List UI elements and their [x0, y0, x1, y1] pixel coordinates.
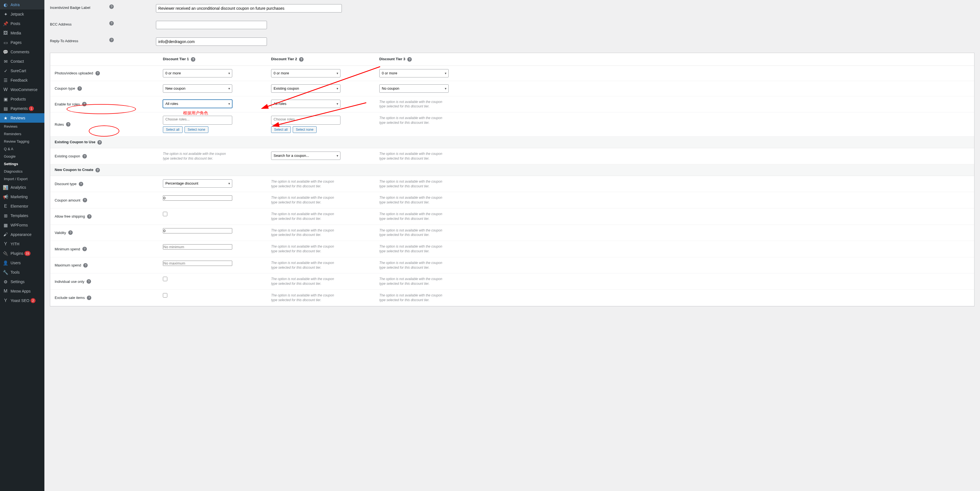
sidebar-item-wpforms[interactable]: ▦WPForms — [0, 220, 45, 230]
help-icon[interactable]: ? — [97, 140, 102, 145]
menu-icon: ⊞ — [3, 213, 8, 218]
sidebar-item-surecart[interactable]: ✓SureCart — [0, 66, 45, 75]
na-text: The option is not available with the cou… — [379, 261, 449, 270]
coupon-type-t1-select[interactable]: New coupon — [163, 84, 232, 93]
sidebar-sub-reminders[interactable]: Reminders — [0, 130, 45, 138]
help-icon[interactable]: ? — [95, 71, 100, 75]
select-none-button[interactable]: Select none — [185, 126, 208, 133]
discount-type-label: Discount type — [55, 182, 76, 186]
help-icon[interactable]: ? — [68, 230, 73, 235]
sidebar-item-tools[interactable]: 🔧Tools — [0, 268, 45, 277]
na-text: The option is not available with the cou… — [379, 212, 449, 221]
menu-icon: 🔧 — [3, 269, 8, 275]
na-text: The option is not available with the cou… — [379, 293, 449, 303]
max-spend-t1-input[interactable] — [163, 261, 232, 266]
sidebar-item-templates[interactable]: ⊞Templates — [0, 211, 45, 220]
sidebar-item-appearance[interactable]: 🖌Appearance — [0, 230, 45, 239]
photos-t3-select[interactable]: 0 or more — [379, 69, 449, 77]
min-spend-t1-input[interactable] — [163, 244, 232, 250]
help-icon[interactable]: ? — [87, 214, 92, 219]
sidebar-sub-reviews[interactable]: Reviews — [0, 123, 45, 130]
help-icon[interactable]: ? — [407, 57, 412, 62]
tier1-header: Discount Tier 1 — [163, 57, 189, 61]
discount-type-t1-select[interactable]: Percentage discount — [163, 179, 232, 188]
help-icon[interactable]: ? — [299, 57, 304, 62]
sidebar-item-astra[interactable]: ◐Astra — [0, 0, 45, 10]
incentivized-badge-input[interactable] — [156, 4, 342, 13]
sidebar-item-pages[interactable]: ▭Pages — [0, 38, 45, 47]
free-shipping-t1-checkbox[interactable] — [163, 212, 167, 216]
bcc-address-input[interactable] — [156, 21, 267, 29]
help-icon[interactable]: ? — [109, 38, 114, 42]
sidebar-item-plugins[interactable]: 🔌Plugins15 — [0, 249, 45, 258]
photos-t1-select[interactable]: 0 or more — [163, 69, 232, 77]
sidebar-item-yith[interactable]: YYITH — [0, 239, 45, 249]
help-icon[interactable]: ? — [87, 296, 91, 300]
annotation-text: 根据用户角色 — [183, 110, 208, 116]
select-all-button[interactable]: Select all — [163, 126, 183, 133]
sidebar-sub-q-a[interactable]: Q & A — [0, 145, 45, 153]
coupon-amount-t1-input[interactable] — [163, 195, 232, 201]
sidebar-item-analytics[interactable]: 📊Analytics — [0, 183, 45, 192]
sidebar-item-payments[interactable]: ▤Payments1 — [0, 104, 45, 113]
existing-coupon-t2-select[interactable]: Search for a coupon... — [271, 151, 340, 160]
na-text: The option is not available with the cou… — [271, 261, 340, 270]
menu-icon: 🔌 — [3, 250, 8, 256]
sidebar-item-media[interactable]: 🖾Media — [0, 28, 45, 38]
menu-icon: 📊 — [3, 185, 8, 190]
exclude-sale-label: Exclude sale items — [55, 296, 84, 300]
sidebar-item-feedback[interactable]: ☰Feedback — [0, 75, 45, 85]
help-icon[interactable]: ? — [83, 154, 87, 158]
existing-coupon-label: Existing coupon — [55, 154, 80, 158]
help-icon[interactable]: ? — [87, 279, 91, 284]
exclude-sale-t1-checkbox[interactable] — [163, 293, 167, 298]
allow-free-shipping-label: Allow free shipping — [55, 214, 85, 218]
sidebar-sub-diagnostics[interactable]: Diagnostics — [0, 167, 45, 175]
help-icon[interactable]: ? — [83, 247, 87, 251]
admin-sidebar: ◐Astra✦Jetpack📌Posts🖾Media▭Pages💬Comment… — [0, 0, 45, 491]
sidebar-item-users[interactable]: 👤Users — [0, 258, 45, 268]
sidebar-item-posts[interactable]: 📌Posts — [0, 19, 45, 28]
sidebar-item-meow-apps[interactable]: MMeow Apps — [0, 287, 45, 296]
sidebar-item-elementor[interactable]: EElementor — [0, 201, 45, 211]
na-text: The option is not available with the cou… — [379, 179, 449, 189]
sidebar-sub-settings[interactable]: Settings — [0, 160, 45, 167]
help-icon[interactable]: ? — [95, 168, 100, 172]
help-icon[interactable]: ? — [66, 122, 70, 127]
na-text: The option is not available with the cou… — [271, 195, 340, 205]
sidebar-sub-review-tagging[interactable]: Review Tagging — [0, 138, 45, 145]
help-icon[interactable]: ? — [83, 198, 87, 202]
enable-roles-t1-select[interactable]: All roles — [163, 100, 232, 108]
coupon-type-t3-select[interactable]: No coupon — [379, 84, 449, 93]
na-text: The option is not available with the cou… — [271, 179, 340, 189]
sidebar-sub-import-export[interactable]: Import / Export — [0, 175, 45, 183]
help-icon[interactable]: ? — [77, 86, 82, 91]
na-text: The option is not available with the cou… — [271, 293, 340, 303]
sidebar-item-products[interactable]: ▣Products — [0, 94, 45, 104]
sidebar-sub-google[interactable]: Google — [0, 153, 45, 160]
sidebar-item-contact[interactable]: ✉Contact — [0, 57, 45, 66]
individual-use-t1-checkbox[interactable] — [163, 277, 167, 281]
sidebar-item-woocommerce[interactable]: WWooCommerce — [0, 85, 45, 94]
badge: 1 — [29, 106, 34, 111]
sidebar-item-marketing[interactable]: 📢Marketing — [0, 192, 45, 201]
sidebar-item-reviews[interactable]: ★Reviews — [0, 113, 45, 123]
menu-icon: 🖾 — [3, 30, 8, 36]
help-icon[interactable]: ? — [191, 57, 195, 62]
menu-icon: ✦ — [3, 11, 8, 17]
help-icon[interactable]: ? — [83, 263, 88, 268]
sidebar-item-comments[interactable]: 💬Comments — [0, 47, 45, 57]
help-icon[interactable]: ? — [109, 5, 114, 9]
sidebar-item-yoast-seo[interactable]: YYoast SEO2 — [0, 296, 45, 305]
help-icon[interactable]: ? — [109, 21, 114, 26]
sidebar-item-jetpack[interactable]: ✦Jetpack — [0, 10, 45, 19]
sidebar-item-settings[interactable]: ⚙Settings — [0, 277, 45, 287]
help-icon[interactable]: ? — [79, 182, 83, 186]
help-icon[interactable]: ? — [82, 102, 87, 106]
menu-icon: 📌 — [3, 21, 8, 26]
validity-t1-input[interactable] — [163, 228, 232, 233]
menu-icon: E — [3, 204, 8, 209]
menu-icon: ☰ — [3, 77, 8, 83]
roles-t1-multiselect[interactable]: Choose roles... — [163, 116, 232, 124]
reply-to-input[interactable] — [156, 37, 267, 46]
